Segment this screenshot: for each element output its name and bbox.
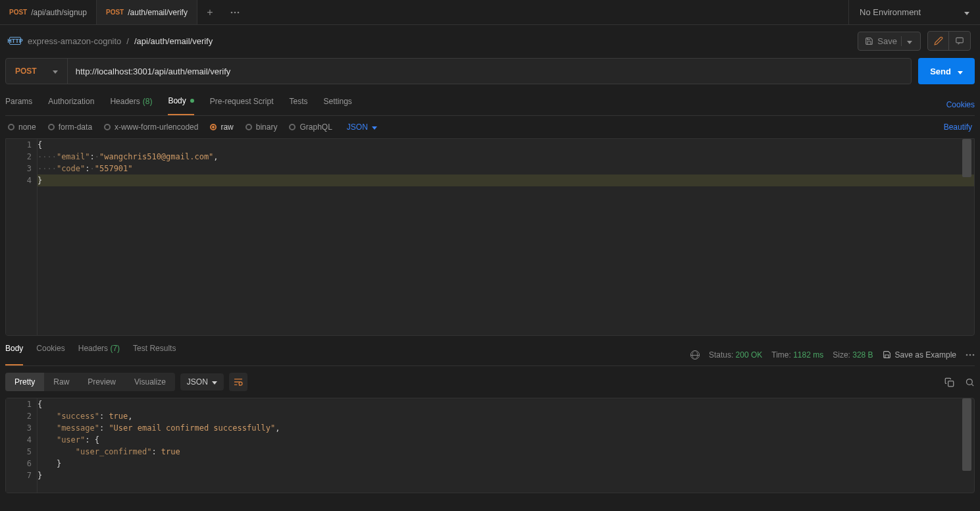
method-pill: POST bbox=[106, 9, 124, 16]
request-tabs: Params Authorization Headers (8) Body Pr… bbox=[5, 94, 975, 116]
breadcrumb-workspace[interactable]: express-amazon-cognito bbox=[28, 36, 121, 46]
minimap-thumb[interactable] bbox=[962, 398, 971, 471]
size-block: Size: 328 B bbox=[833, 350, 873, 360]
svg-point-1 bbox=[234, 11, 236, 13]
status-block: Status: 200 OK bbox=[709, 350, 762, 360]
beautify-link[interactable]: Beautify bbox=[944, 122, 972, 132]
save-icon bbox=[865, 37, 873, 45]
response-toolbar: Pretty Raw Preview Visualize JSON bbox=[5, 366, 975, 398]
tab-tests[interactable]: Tests bbox=[289, 94, 307, 115]
breadcrumb-current: /api/auth/email/verify bbox=[134, 36, 213, 46]
method-pill: POST bbox=[9, 9, 27, 16]
resp-tab-tests[interactable]: Test Results bbox=[133, 344, 176, 365]
request-body-editor[interactable]: 1234 { ····"email":·"wangchris510@gmail.… bbox=[5, 138, 975, 336]
edit-button[interactable] bbox=[928, 32, 949, 50]
response-header: Body Cookies Headers (7) Test Results St… bbox=[5, 344, 975, 366]
tab-authorization[interactable]: Authorization bbox=[48, 94, 94, 115]
time-block: Time: 1182 ms bbox=[771, 350, 823, 360]
chevron-down-icon bbox=[212, 377, 217, 387]
tab-body[interactable]: Body bbox=[168, 94, 193, 115]
svg-point-5 bbox=[969, 354, 971, 356]
cookies-link[interactable]: Cookies bbox=[946, 100, 975, 109]
svg-rect-9 bbox=[948, 381, 954, 386]
tab-overflow-button[interactable] bbox=[222, 0, 247, 24]
tab-settings[interactable]: Settings bbox=[324, 94, 352, 115]
wrap-lines-button[interactable] bbox=[229, 373, 247, 391]
tab-label: /auth/email/verify bbox=[128, 8, 188, 17]
ellipsis-icon bbox=[966, 354, 975, 356]
svg-point-4 bbox=[966, 354, 968, 356]
svg-line-11 bbox=[971, 384, 973, 386]
send-label: Send bbox=[930, 67, 951, 76]
comment-button[interactable] bbox=[949, 32, 970, 50]
svg-point-6 bbox=[973, 354, 975, 356]
tab-prerequest[interactable]: Pre-request Script bbox=[210, 94, 274, 115]
save-label: Save bbox=[877, 36, 897, 46]
chevron-down-icon bbox=[964, 7, 969, 17]
resp-tab-body[interactable]: Body bbox=[5, 344, 23, 365]
method-dropdown[interactable]: POST bbox=[6, 59, 68, 84]
tab-params[interactable]: Params bbox=[5, 94, 32, 115]
url-row: POST Send bbox=[5, 58, 975, 84]
chevron-down-icon[interactable] bbox=[901, 36, 917, 46]
tab-verify[interactable]: POST /auth/email/verify bbox=[97, 0, 197, 24]
method-label: POST bbox=[15, 67, 37, 76]
body-type-row: none form-data x-www-form-urlencoded raw… bbox=[5, 116, 975, 138]
tab-label: /api/auth/signup bbox=[31, 8, 87, 17]
resp-tab-headers[interactable]: Headers (7) bbox=[78, 344, 120, 365]
response-format-dropdown[interactable]: JSON bbox=[180, 373, 224, 390]
view-raw[interactable]: Raw bbox=[44, 373, 78, 391]
breadcrumb-sep: / bbox=[126, 36, 129, 46]
radio-icon bbox=[104, 124, 111, 130]
radio-none[interactable]: none bbox=[8, 122, 36, 132]
tab-headers[interactable]: Headers (8) bbox=[110, 94, 152, 115]
tab-signup[interactable]: POST /api/auth/signup bbox=[0, 0, 97, 24]
radio-icon bbox=[48, 124, 55, 130]
tabs-bar: POST /api/auth/signup POST /auth/email/v… bbox=[0, 0, 980, 25]
search-icon bbox=[965, 377, 975, 387]
radio-icon bbox=[8, 124, 14, 130]
view-visualize[interactable]: Visualize bbox=[125, 373, 175, 391]
raw-type-dropdown[interactable]: JSON bbox=[347, 122, 377, 132]
ellipsis-icon bbox=[230, 11, 240, 14]
environment-select[interactable]: No Environment bbox=[848, 0, 980, 24]
radio-icon bbox=[289, 124, 296, 130]
resp-more-button[interactable] bbox=[966, 354, 975, 356]
send-button[interactable]: Send bbox=[918, 58, 975, 84]
radio-binary[interactable]: binary bbox=[245, 122, 278, 132]
search-response-button[interactable] bbox=[965, 377, 975, 387]
new-tab-button[interactable]: + bbox=[197, 0, 222, 24]
breadcrumb-row: HTTP express-amazon-cognito / /api/auth/… bbox=[5, 25, 975, 57]
breadcrumb: express-amazon-cognito / /api/auth/email… bbox=[28, 36, 213, 46]
copy-response-button[interactable] bbox=[944, 377, 954, 387]
radio-graphql[interactable]: GraphQL bbox=[289, 122, 332, 132]
wrap-icon bbox=[234, 378, 243, 386]
chevron-down-icon bbox=[53, 67, 58, 76]
radio-raw[interactable]: raw bbox=[210, 122, 233, 132]
url-box: POST bbox=[5, 58, 912, 84]
save-icon bbox=[883, 350, 891, 359]
globe-icon[interactable] bbox=[690, 350, 700, 360]
chevron-down-icon bbox=[372, 122, 377, 132]
svg-point-10 bbox=[967, 379, 973, 385]
http-icon: HTTP bbox=[9, 37, 21, 45]
view-mode-segment: Pretty Raw Preview Visualize bbox=[5, 373, 175, 391]
response-body-editor[interactable]: 1234567 { "success": true, "message": "U… bbox=[5, 398, 975, 493]
url-input[interactable] bbox=[68, 59, 912, 84]
view-preview[interactable]: Preview bbox=[78, 373, 125, 391]
save-example-button[interactable]: Save as Example bbox=[883, 350, 956, 360]
environment-label: No Environment bbox=[860, 7, 921, 17]
resp-tab-cookies[interactable]: Cookies bbox=[36, 344, 64, 365]
pencil-icon bbox=[934, 36, 943, 45]
save-button[interactable]: Save bbox=[858, 32, 921, 51]
view-pretty[interactable]: Pretty bbox=[5, 373, 44, 391]
radio-icon bbox=[245, 124, 252, 130]
comment-icon bbox=[955, 36, 964, 45]
radio-urlencoded[interactable]: x-www-form-urlencoded bbox=[104, 122, 198, 132]
minimap-thumb[interactable] bbox=[962, 139, 971, 177]
radio-form-data[interactable]: form-data bbox=[48, 122, 92, 132]
svg-point-0 bbox=[231, 11, 233, 13]
svg-point-2 bbox=[238, 11, 240, 13]
chevron-down-icon[interactable] bbox=[958, 67, 963, 76]
radio-icon bbox=[210, 124, 217, 130]
